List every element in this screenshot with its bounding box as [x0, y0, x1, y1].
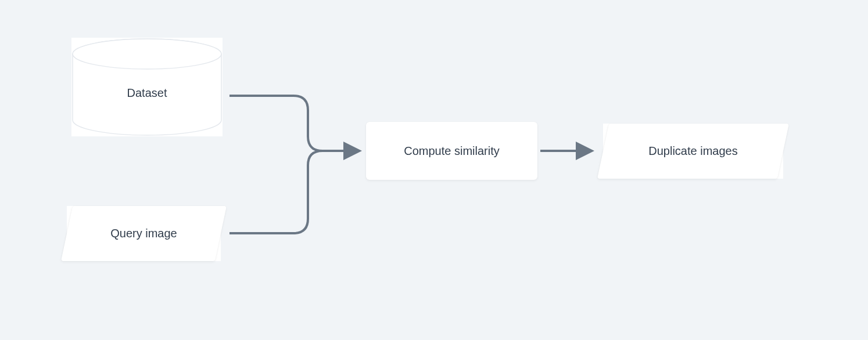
- node-query-label: Query image: [110, 227, 177, 240]
- node-compute: Compute similarity: [366, 122, 537, 180]
- node-dataset-label: Dataset: [127, 86, 167, 100]
- flow-diagram: Dataset Query image Compute similarity D…: [0, 0, 868, 340]
- node-dataset: Dataset: [71, 38, 223, 136]
- node-output-label: Duplicate images: [648, 144, 737, 158]
- edge-dataset-to-compute: [229, 96, 357, 151]
- node-output: Duplicate images: [603, 124, 783, 179]
- node-query: Query image: [67, 206, 221, 261]
- svg-point-1: [73, 39, 221, 69]
- edge-query-to-compute: [229, 151, 322, 233]
- node-compute-label: Compute similarity: [404, 144, 499, 158]
